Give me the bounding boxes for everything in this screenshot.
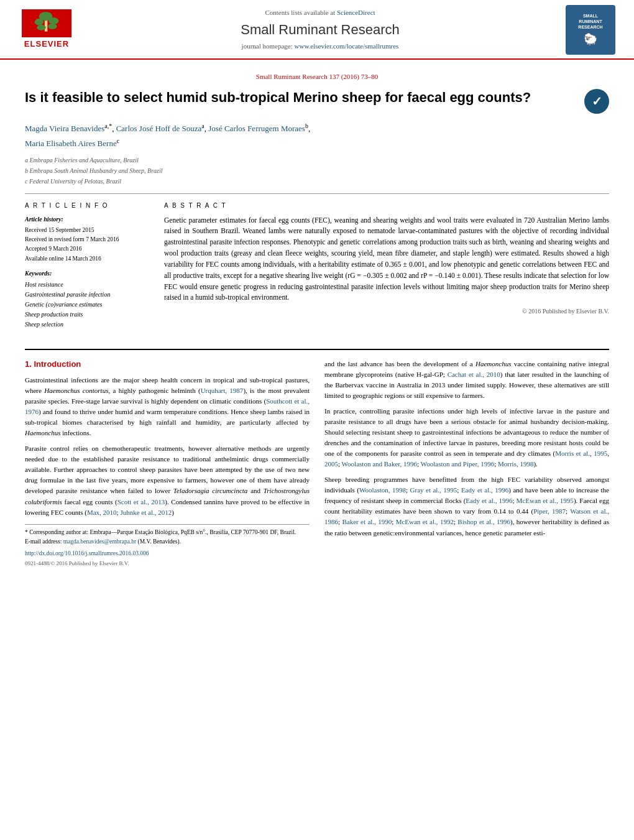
revised-date: Received in revised form 7 March 2016	[25, 236, 149, 244]
ref-woolaston-piper[interactable]: Woolaston and Piper, 1996	[421, 460, 494, 468]
body-content: 1. Introduction Gastrointestinal infecti…	[0, 343, 634, 579]
svg-point-3	[35, 19, 44, 25]
issn-line: 0921-4488/© 2016 Published by Elsevier B…	[25, 560, 310, 568]
online-date: Available online 14 March 2016	[25, 255, 149, 263]
ref-juhnke[interactable]: Juhnke et al., 2012	[120, 509, 172, 516]
right-para-1: and the last advance has been the develo…	[324, 359, 609, 401]
ref-gray[interactable]: Gray et al., 1995	[410, 486, 457, 494]
keywords-section: Keywords: Host resistance Gastrointestin…	[25, 269, 149, 329]
ref-eady1996[interactable]: Eady et al., 1996	[461, 486, 508, 494]
body-left-col: 1. Introduction Gastrointestinal infecti…	[25, 359, 310, 567]
article-info-col: A R T I C L E I N F O Article history: R…	[25, 201, 149, 330]
ref-scott[interactable]: Scott et al., 2013	[117, 498, 165, 505]
copyright-line: © 2016 Published by Elsevier B.V.	[164, 307, 609, 316]
svg-point-6	[48, 24, 57, 29]
svg-point-4	[48, 17, 58, 24]
right-para-3: Sheep breeding programmes have benefitte…	[324, 474, 609, 538]
affil-c: c Federal University of Pelotas, Brazil	[25, 177, 609, 186]
abstract-heading: A B S T R A C T	[164, 201, 609, 210]
body-right-col: and the last advance has been the develo…	[324, 359, 609, 567]
email-note: E-mail address: magda.benavides@embrapa.…	[25, 538, 310, 546]
ref-southcott[interactable]: Southcott et al., 1976	[25, 397, 310, 415]
journal-homepage-line: journal homepage: www.elsevier.com/locat…	[93, 42, 547, 51]
author-1-sup: a,*	[104, 122, 112, 129]
ref-piper[interactable]: Piper, 1987	[533, 507, 566, 515]
abstract-col: A B S T R A C T Genetic parameter estima…	[164, 201, 609, 330]
intro-para-1: Gastrointestinal infections are the majo…	[25, 375, 310, 438]
keyword-2: Gastrointestinal parasite infection	[25, 290, 149, 299]
ref-max[interactable]: Max, 2010	[87, 509, 117, 516]
author-2-sup: a	[201, 122, 204, 129]
ref-bishop[interactable]: Bishop et al., 1996	[457, 518, 510, 525]
keyword-1: Host resistance	[25, 280, 149, 289]
author-3: José Carlos Ferrugem Moraes	[208, 124, 305, 134]
elsevier-logo-image	[22, 9, 71, 37]
journal-logo-right: SMALLRUMINANTRESEARCH 🐑	[559, 5, 622, 55]
doi-line[interactable]: http://dx.doi.org/10.1016/j.smallrumres.…	[25, 550, 310, 558]
author-4: Maria Elisabeth Aires Berne	[25, 139, 117, 148]
author-2: Carlos José Hoff de Souza	[116, 124, 202, 134]
journal-center-header: Contents lists available at ScienceDirec…	[81, 8, 559, 52]
keyword-4: Sheep production traits	[25, 310, 149, 319]
article-divider	[25, 193, 609, 194]
keyword-5: Sheep selection	[25, 320, 149, 329]
keyword-3: Genetic (co)variance estimates	[25, 300, 149, 309]
keywords-label: Keywords:	[25, 269, 149, 278]
corresponding-author-note: * Corresponding author at: Embrapa—Parqu…	[25, 528, 310, 537]
ref-morris1998[interactable]: Morris, 1998	[498, 460, 533, 468]
ref-woolaston-baker[interactable]: Woolaston and Baker, 1996	[342, 460, 417, 468]
sciencedirect-link[interactable]: ScienceDirect	[337, 9, 375, 16]
intro-section-title: 1. Introduction	[25, 359, 310, 370]
footnote-section: * Corresponding author at: Embrapa—Parqu…	[25, 524, 310, 547]
affiliations: a Embrapa Fisheries and Aquaculture, Bra…	[25, 155, 609, 186]
received-date: Received 15 September 2015	[25, 226, 149, 234]
contents-available-line: Contents lists available at ScienceDirec…	[93, 8, 547, 17]
ref-baker[interactable]: Baker et al., 1990	[342, 518, 392, 525]
body-two-col: 1. Introduction Gastrointestinal infecti…	[25, 359, 609, 567]
article-title-block: Is it feasible to select humid sub-tropi…	[25, 89, 609, 114]
body-divider	[25, 349, 609, 350]
affil-a: a Embrapa Fisheries and Aquaculture, Bra…	[25, 155, 609, 165]
right-para-2: In practice, controlling parasite infect…	[324, 406, 609, 469]
crossmark-badge: ✓	[584, 89, 609, 114]
email-link[interactable]: magda.benavides@embrapa.br	[63, 538, 136, 545]
accepted-date: Accepted 9 March 2016	[25, 245, 149, 253]
homepage-url[interactable]: www.elsevier.com/locate/smallrumres	[295, 42, 399, 50]
journal-header: ELSEVIER Contents lists available at Sci…	[0, 0, 634, 60]
elsevier-label: ELSEVIER	[24, 39, 69, 50]
ref-mcewan1995[interactable]: McEwan et al., 1995	[517, 497, 574, 504]
author-3-sup: b	[305, 122, 308, 129]
article-meta-top: Small Ruminant Research 137 (2016) 73–80	[25, 72, 609, 81]
svg-point-5	[37, 25, 45, 30]
journal-name-header: Small Ruminant Research	[93, 21, 547, 40]
ref-eady1996b[interactable]: Eady et al., 1996	[466, 497, 512, 504]
ref-morris2005[interactable]: 2005	[324, 460, 338, 468]
authors-line: Magda Vieira Benavidesa,*, Carlos José H…	[25, 121, 609, 150]
article-title: Is it feasible to select humid sub-tropi…	[25, 89, 584, 107]
ref-morris1995[interactable]: Morris et al., 1995	[555, 450, 607, 457]
info-abstract-section: A R T I C L E I N F O Article history: R…	[25, 201, 609, 330]
ref-cachat[interactable]: Cachat et al., 2010	[448, 371, 500, 378]
affil-b: b Embrapa South Animal Husbandry and She…	[25, 166, 609, 175]
history-label: Article history:	[25, 215, 149, 224]
elsevier-logo: ELSEVIER	[12, 9, 81, 50]
article-body: Small Ruminant Research 137 (2016) 73–80…	[0, 60, 634, 343]
abstract-text: Genetic parameter estimates for faecal e…	[164, 215, 609, 304]
intro-para-2: Parasite control relies on chemotherapeu…	[25, 443, 310, 517]
author-1: Magda Vieira Benavides	[25, 124, 104, 134]
ref-urquhart[interactable]: Urquhart, 1987	[201, 387, 244, 394]
ref-woolaston1998[interactable]: Woolaston, 1998	[359, 486, 406, 494]
ref-mcewan1992[interactable]: McEwan et al., 1992	[396, 518, 454, 525]
small-ruminant-logo: SMALLRUMINANTRESEARCH 🐑	[566, 5, 615, 55]
author-4-sup: c	[117, 137, 119, 144]
article-info-heading: A R T I C L E I N F O	[25, 201, 149, 210]
